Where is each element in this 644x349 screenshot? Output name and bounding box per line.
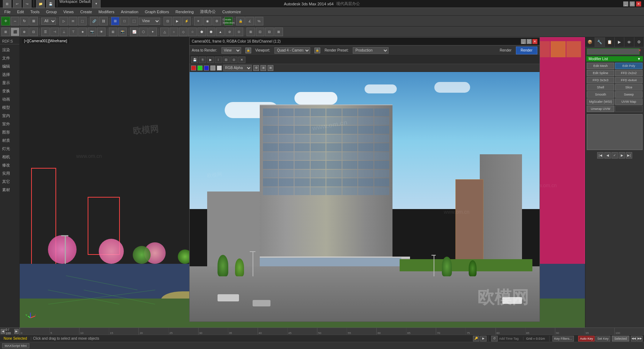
- render-maximize[interactable]: □: [527, 39, 532, 44]
- sidebar-item-model[interactable]: 模型: [0, 103, 19, 112]
- channel-settings-icon[interactable]: ⚙: [253, 65, 259, 71]
- open-btn[interactable]: 📁: [36, 0, 45, 8]
- spacing-tool[interactable]: ⊞: [109, 28, 117, 36]
- rt-copy[interactable]: ⎘: [199, 57, 206, 63]
- tab-hierarchy[interactable]: 📋: [605, 37, 615, 47]
- layer-btn[interactable]: ⊞: [1, 28, 10, 36]
- particle-view[interactable]: ✦: [148, 28, 157, 36]
- geo1-btn[interactable]: △: [160, 28, 169, 36]
- menu-create[interactable]: Create: [77, 9, 95, 15]
- nav-prev-btn[interactable]: ◀◀: [631, 336, 636, 341]
- menu-game[interactable]: 游戏办公: [197, 8, 219, 15]
- modifier-search-input[interactable]: [587, 48, 640, 55]
- modifier-smooth[interactable]: Smooth: [587, 91, 614, 98]
- render-settings[interactable]: ⚙: [213, 17, 221, 25]
- view-btn-2[interactable]: □: [120, 17, 129, 25]
- render-button[interactable]: Render: [516, 47, 537, 54]
- render-btn[interactable]: ▶: [173, 17, 181, 25]
- mod-ctrl-next[interactable]: ▶: [619, 152, 625, 159]
- anim-play-btn[interactable]: ▶: [480, 336, 487, 341]
- render-scene[interactable]: ⊡: [164, 17, 172, 25]
- render-minimize[interactable]: _: [521, 39, 526, 44]
- sidebar-item-transform[interactable]: 变换: [0, 87, 19, 95]
- schematic-view[interactable]: ⬡: [139, 28, 148, 36]
- link-tool[interactable]: 🔗: [90, 17, 98, 25]
- tl-nav-btn-2[interactable]: ▶: [14, 329, 19, 334]
- sidebar-item-render[interactable]: 渲染: [0, 46, 19, 54]
- view-btn-1[interactable]: ⊞: [111, 17, 119, 25]
- channel-white[interactable]: [217, 66, 222, 71]
- select-window-btn[interactable]: ⬚: [78, 17, 87, 25]
- sidebar-item-display[interactable]: 显示: [0, 79, 19, 87]
- group-btn[interactable]: ⊡: [29, 28, 38, 36]
- modifier-ffd-2x2x2[interactable]: FFD 2x2x2: [615, 70, 643, 76]
- sidebar-item-edit[interactable]: 编辑: [0, 62, 19, 71]
- track-view[interactable]: 📈: [130, 28, 138, 36]
- selection-filter[interactable]: All: [41, 18, 56, 25]
- clone-btn[interactable]: ⊕: [20, 28, 29, 36]
- tl-nav-btn[interactable]: ◀: [1, 329, 5, 334]
- menu-views[interactable]: Views: [60, 9, 77, 15]
- menu-animation[interactable]: Animation: [118, 9, 141, 15]
- geo3-btn[interactable]: ◇: [179, 28, 187, 36]
- light-tool[interactable]: ☀: [194, 17, 203, 25]
- geo8-btn[interactable]: ⊘: [225, 28, 234, 36]
- geo5-btn[interactable]: ⬟: [197, 28, 206, 36]
- modifier-list-header[interactable]: Modifier List ▼: [586, 56, 643, 62]
- named-select[interactable]: ☰: [41, 28, 50, 36]
- geo6-btn[interactable]: ⬢: [207, 28, 215, 36]
- create-selection[interactable]: Create Selection: [224, 17, 233, 25]
- sidebar-item-modify[interactable]: 修改: [0, 161, 19, 169]
- geo4-btn[interactable]: ☆: [188, 28, 197, 36]
- tab-modify[interactable]: 🔧: [595, 37, 605, 47]
- select-tool[interactable]: ✛: [1, 17, 10, 25]
- modifier-unwrap-uvw[interactable]: Unwrap UVW: [587, 106, 614, 112]
- unlink-tool[interactable]: ⛓: [99, 17, 108, 25]
- channel-extra2-icon[interactable]: ⊠: [268, 65, 273, 71]
- mirror-btn[interactable]: ⊣: [50, 28, 59, 36]
- menu-group[interactable]: Group: [43, 9, 60, 15]
- menu-modifiers[interactable]: Modifiers: [96, 9, 117, 15]
- geo9-btn[interactable]: ⊙: [235, 28, 243, 36]
- modifier-edit-mesh[interactable]: Edit Mesh: [587, 63, 614, 69]
- modifier-ffd-3x3x3[interactable]: FFD 3x3x3: [587, 77, 614, 83]
- modifier-ffd-4x4x4[interactable]: FFD 4x4x4: [615, 77, 643, 83]
- anim-key-btn[interactable]: 🔑: [473, 336, 479, 341]
- sidebar-item-assets[interactable]: 素材: [0, 186, 19, 194]
- nav-next-btn[interactable]: ▶▶: [637, 336, 643, 341]
- sidebar-item-select[interactable]: 选择: [0, 71, 19, 79]
- area-lock-btn[interactable]: 🔒: [245, 48, 251, 53]
- align-camera[interactable]: 📷: [88, 28, 96, 36]
- place-highlight[interactable]: ★: [78, 28, 87, 36]
- rt-save[interactable]: 💾: [191, 57, 198, 63]
- maxscript-btn[interactable]: MAXScript Mini: [2, 343, 29, 348]
- area-render-select[interactable]: View: [221, 47, 241, 54]
- menu-edit[interactable]: Edit: [14, 9, 27, 15]
- sidebar-item-exterior[interactable]: 室外: [0, 120, 19, 128]
- menu-customize[interactable]: Customize: [219, 9, 244, 15]
- render-preset-select[interactable]: Production: [353, 47, 389, 54]
- search-clear[interactable]: ✕: [638, 48, 641, 52]
- rt-info[interactable]: i: [215, 57, 222, 63]
- scale-tool[interactable]: ⊠: [29, 17, 38, 25]
- rt-pixel[interactable]: ⊙: [230, 57, 238, 63]
- geo7-btn[interactable]: ▲: [216, 28, 225, 36]
- tab-utilities[interactable]: ⚙: [634, 37, 644, 47]
- geo2-btn[interactable]: ○: [170, 28, 178, 36]
- sidebar-item-file[interactable]: 文件: [0, 54, 19, 62]
- modifier-slice[interactable]: Slice: [615, 84, 643, 91]
- save-btn[interactable]: 💾: [46, 0, 55, 8]
- modifier-sweep[interactable]: Sweep: [615, 91, 643, 98]
- undo-btn[interactable]: ↩: [13, 0, 21, 8]
- tab-create[interactable]: 📦: [585, 37, 595, 47]
- select-btn[interactable]: ▷: [59, 17, 68, 25]
- channel-red[interactable]: [191, 66, 196, 71]
- sidebar-item-lights[interactable]: 灯光: [0, 145, 19, 153]
- render-close[interactable]: ✕: [532, 39, 537, 44]
- extra1-btn[interactable]: ⊞: [247, 28, 255, 36]
- set-key-btn[interactable]: Set Key: [595, 336, 610, 341]
- channel-select[interactable]: RGB Alpha: [223, 65, 252, 71]
- move-tool[interactable]: ↔: [11, 17, 19, 25]
- tab-motion[interactable]: ▶: [615, 37, 624, 47]
- sidebar-item-animation[interactable]: 动画: [0, 95, 19, 103]
